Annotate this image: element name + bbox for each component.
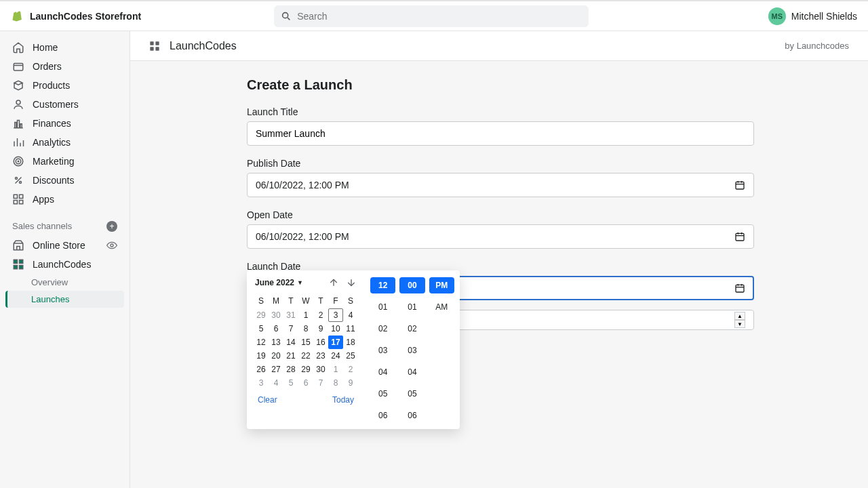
calendar-day[interactable]: 1 bbox=[328, 363, 343, 376]
hours-column[interactable]: 12010203040506 bbox=[370, 277, 395, 424]
sidebar-item-apps[interactable]: Apps bbox=[5, 190, 124, 209]
calendar-day[interactable]: 23 bbox=[313, 349, 328, 363]
hours-option[interactable]: 02 bbox=[370, 321, 395, 337]
hours-option[interactable]: 12 bbox=[370, 277, 395, 293]
hours-option[interactable]: 04 bbox=[370, 364, 395, 380]
mins-option[interactable]: 01 bbox=[399, 299, 425, 315]
hours-option[interactable]: 05 bbox=[370, 386, 395, 402]
add-channel-button[interactable]: + bbox=[106, 221, 117, 232]
calendar-day[interactable]: 25 bbox=[343, 349, 358, 363]
calendar-day[interactable]: 24 bbox=[328, 349, 343, 363]
svg-rect-27 bbox=[736, 182, 744, 189]
calendar-day[interactable]: 30 bbox=[269, 308, 283, 322]
mins-option[interactable]: 05 bbox=[399, 386, 425, 402]
svg-rect-26 bbox=[155, 47, 159, 50]
calendar-day[interactable]: 13 bbox=[269, 336, 283, 349]
mins-option[interactable]: 04 bbox=[399, 364, 425, 380]
calendar-day[interactable]: 18 bbox=[343, 336, 358, 349]
calendar-day[interactable]: 7 bbox=[283, 322, 298, 336]
prev-month-icon[interactable] bbox=[328, 277, 339, 288]
calendar-day[interactable]: 3 bbox=[254, 376, 269, 390]
sidebar: HomeOrdersProductsCustomersFinancesAnaly… bbox=[0, 31, 130, 488]
clear-button[interactable]: Clear bbox=[258, 395, 277, 405]
mins-option[interactable]: 00 bbox=[399, 277, 425, 293]
calendar-day[interactable]: 8 bbox=[298, 322, 313, 336]
minutes-column[interactable]: 00010203040506 bbox=[399, 277, 425, 424]
calendar-day[interactable]: 19 bbox=[254, 349, 269, 363]
hours-option[interactable]: 01 bbox=[370, 299, 395, 315]
calendar-day[interactable]: 10 bbox=[328, 322, 343, 336]
sidebar-item-finances[interactable]: Finances bbox=[5, 114, 124, 133]
sidebar-item-analytics[interactable]: Analytics bbox=[5, 133, 124, 152]
calendar-day[interactable]: 30 bbox=[313, 363, 328, 376]
sidebar-item-home[interactable]: Home bbox=[5, 38, 124, 57]
mins-option[interactable]: 03 bbox=[399, 342, 425, 359]
sidebar-item-marketing[interactable]: Marketing bbox=[5, 152, 124, 171]
calendar-day[interactable]: 22 bbox=[298, 349, 313, 363]
calendar-day[interactable]: 21 bbox=[283, 349, 298, 363]
sidebar-subitem-overview[interactable]: Overview bbox=[5, 274, 124, 291]
calendar-day[interactable]: 20 bbox=[269, 349, 283, 363]
publish-date-input[interactable]: 06/10/2022, 12:00 PM bbox=[247, 173, 754, 197]
orders-icon bbox=[12, 60, 24, 73]
sidebar-subitem-launches[interactable]: Launches bbox=[5, 291, 124, 308]
sidebar-item-orders[interactable]: Orders bbox=[5, 57, 124, 76]
sidebar-channel-launchcodes[interactable]: LaunchCodes bbox=[5, 255, 124, 274]
calendar-day[interactable]: 5 bbox=[283, 376, 298, 390]
svg-point-11 bbox=[16, 178, 18, 180]
calendar-day[interactable]: 9 bbox=[343, 376, 358, 390]
calendar-day[interactable]: 14 bbox=[283, 336, 298, 349]
sidebar-channel-online-store[interactable]: Online Store bbox=[5, 236, 106, 255]
calendar-day[interactable]: 28 bbox=[283, 363, 298, 376]
calendar-day[interactable]: 2 bbox=[313, 308, 328, 322]
calendar-day[interactable]: 8 bbox=[328, 376, 343, 390]
launch-title-input[interactable] bbox=[256, 128, 745, 139]
today-button[interactable]: Today bbox=[332, 395, 354, 405]
open-date-input[interactable]: 06/10/2022, 12:00 PM bbox=[247, 224, 754, 249]
calendar-day[interactable]: 26 bbox=[254, 363, 269, 376]
user-menu[interactable]: MS Mitchell Shields bbox=[768, 7, 857, 25]
sidebar-item-customers[interactable]: Customers bbox=[5, 95, 124, 114]
calendar-day[interactable]: 9 bbox=[313, 322, 328, 336]
calendar-day[interactable]: 11 bbox=[343, 322, 358, 336]
hours-option[interactable]: 03 bbox=[370, 342, 395, 359]
store-logo[interactable]: LaunchCodes Storefront bbox=[11, 9, 141, 23]
calendar-day[interactable]: 3 bbox=[328, 308, 343, 322]
customers-icon bbox=[12, 98, 24, 110]
calendar-day[interactable]: 29 bbox=[298, 363, 313, 376]
ampm-option[interactable]: AM bbox=[429, 299, 454, 315]
svg-point-3 bbox=[16, 100, 20, 104]
calendar-day[interactable]: 6 bbox=[269, 322, 283, 336]
mins-option[interactable]: 02 bbox=[399, 321, 425, 337]
calendar-day[interactable]: 17 bbox=[328, 336, 343, 349]
step-up-button[interactable]: ▲ bbox=[734, 312, 745, 320]
field-publish-date: Publish Date 06/10/2022, 12:00 PM bbox=[247, 158, 754, 197]
search-bar[interactable] bbox=[274, 5, 589, 27]
calendar-day[interactable]: 15 bbox=[298, 336, 313, 349]
sidebar-item-discounts[interactable]: Discounts bbox=[5, 171, 124, 190]
calendar-day[interactable]: 31 bbox=[283, 308, 298, 322]
next-month-icon[interactable] bbox=[346, 277, 357, 288]
ampm-column[interactable]: PMAM bbox=[429, 277, 454, 424]
svg-rect-19 bbox=[14, 260, 17, 263]
calendar-day[interactable]: 1 bbox=[298, 308, 313, 322]
calendar-day[interactable]: 7 bbox=[313, 376, 328, 390]
calendar-day[interactable]: 16 bbox=[313, 336, 328, 349]
view-store-icon[interactable] bbox=[106, 240, 117, 251]
sidebar-item-products[interactable]: Products bbox=[5, 76, 124, 95]
search-input[interactable] bbox=[297, 11, 582, 22]
calendar-day[interactable]: 12 bbox=[254, 336, 269, 349]
ampm-option[interactable]: PM bbox=[429, 277, 454, 293]
step-down-button[interactable]: ▼ bbox=[734, 320, 745, 328]
month-select[interactable]: June 2022 ▼ bbox=[255, 278, 303, 287]
calendar-day[interactable]: 4 bbox=[269, 376, 283, 390]
calendar-day[interactable]: 5 bbox=[254, 322, 269, 336]
hours-option[interactable]: 06 bbox=[370, 407, 395, 424]
analytics-icon bbox=[12, 136, 24, 148]
calendar-day[interactable]: 6 bbox=[298, 376, 313, 390]
calendar-day[interactable]: 29 bbox=[254, 308, 269, 322]
mins-option[interactable]: 06 bbox=[399, 407, 425, 424]
calendar-day[interactable]: 2 bbox=[343, 363, 358, 376]
calendar-day[interactable]: 4 bbox=[343, 308, 358, 322]
calendar-day[interactable]: 27 bbox=[269, 363, 283, 376]
